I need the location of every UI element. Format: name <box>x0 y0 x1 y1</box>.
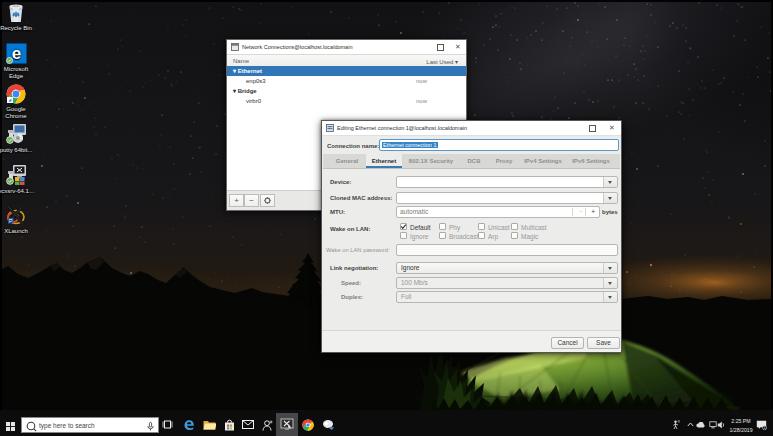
svg-text:e: e <box>11 44 20 63</box>
